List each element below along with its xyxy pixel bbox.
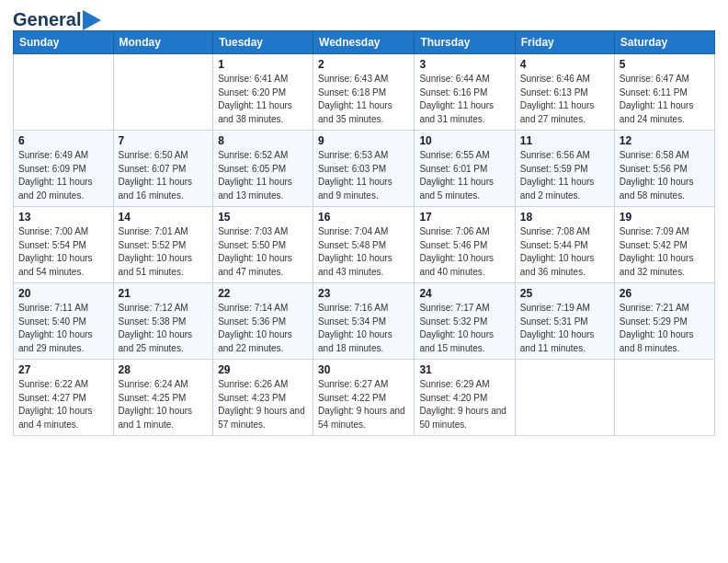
- day-cell: 22Sunrise: 7:14 AMSunset: 5:36 PMDayligh…: [213, 283, 313, 360]
- day-cell: [515, 360, 614, 436]
- day-info: Sunrise: 6:56 AMSunset: 5:59 PMDaylight:…: [520, 149, 609, 202]
- day-cell: 6Sunrise: 6:49 AMSunset: 6:09 PMDaylight…: [14, 131, 114, 207]
- day-number: 21: [119, 287, 209, 300]
- day-cell: [614, 360, 714, 436]
- weekday-header-thursday: Thursday: [415, 31, 515, 54]
- day-number: 23: [318, 287, 409, 300]
- day-number: 24: [419, 287, 509, 300]
- day-info: Sunrise: 7:03 AMSunset: 5:50 PMDaylight:…: [218, 225, 308, 279]
- day-cell: 9Sunrise: 6:53 AMSunset: 6:03 PMDaylight…: [313, 131, 415, 207]
- day-info: Sunrise: 6:41 AMSunset: 6:20 PMDaylight:…: [218, 73, 308, 126]
- day-cell: 29Sunrise: 6:26 AMSunset: 4:23 PMDayligh…: [213, 360, 313, 436]
- day-cell: 25Sunrise: 7:19 AMSunset: 5:31 PMDayligh…: [515, 283, 614, 360]
- day-number: 13: [18, 211, 108, 224]
- calendar-page: General SundayMondayTuesdayWednesdayThur…: [0, 0, 728, 563]
- day-cell: [14, 54, 114, 131]
- day-number: 22: [218, 287, 308, 300]
- day-cell: 5Sunrise: 6:47 AMSunset: 6:11 PMDaylight…: [614, 54, 714, 131]
- day-number: 1: [218, 58, 308, 71]
- day-cell: 15Sunrise: 7:03 AMSunset: 5:50 PMDayligh…: [213, 207, 313, 283]
- day-info: Sunrise: 6:53 AMSunset: 6:03 PMDaylight:…: [318, 149, 409, 202]
- day-info: Sunrise: 7:19 AMSunset: 5:31 PMDaylight:…: [520, 302, 609, 355]
- page-header: General: [13, 9, 715, 27]
- day-number: 2: [318, 58, 409, 71]
- day-info: Sunrise: 6:47 AMSunset: 6:11 PMDaylight:…: [620, 73, 710, 126]
- weekday-header-monday: Monday: [113, 31, 213, 54]
- day-cell: [113, 54, 213, 131]
- day-info: Sunrise: 6:52 AMSunset: 6:05 PMDaylight:…: [218, 149, 308, 202]
- day-cell: 11Sunrise: 6:56 AMSunset: 5:59 PMDayligh…: [515, 131, 614, 207]
- logo: General: [13, 9, 101, 27]
- day-cell: 13Sunrise: 7:00 AMSunset: 5:54 PMDayligh…: [14, 207, 114, 283]
- week-row-2: 6Sunrise: 6:49 AMSunset: 6:09 PMDaylight…: [14, 131, 715, 207]
- day-info: Sunrise: 7:12 AMSunset: 5:38 PMDaylight:…: [119, 302, 209, 355]
- day-info: Sunrise: 6:26 AMSunset: 4:23 PMDaylight:…: [218, 378, 308, 431]
- day-number: 4: [520, 58, 609, 71]
- day-info: Sunrise: 7:01 AMSunset: 5:52 PMDaylight:…: [119, 225, 209, 279]
- calendar-table: SundayMondayTuesdayWednesdayThursdayFrid…: [13, 30, 715, 436]
- day-number: 5: [620, 58, 710, 71]
- day-cell: 27Sunrise: 6:22 AMSunset: 4:27 PMDayligh…: [14, 360, 114, 436]
- day-number: 6: [18, 134, 108, 147]
- day-info: Sunrise: 6:29 AMSunset: 4:20 PMDaylight:…: [419, 378, 509, 431]
- day-number: 29: [218, 363, 308, 376]
- weekday-header-sunday: Sunday: [14, 31, 114, 54]
- weekday-header-friday: Friday: [515, 31, 614, 54]
- day-number: 25: [520, 287, 609, 300]
- day-cell: 18Sunrise: 7:08 AMSunset: 5:44 PMDayligh…: [515, 207, 614, 283]
- day-cell: 10Sunrise: 6:55 AMSunset: 6:01 PMDayligh…: [415, 131, 515, 207]
- weekday-header-saturday: Saturday: [614, 31, 714, 54]
- day-number: 7: [119, 134, 209, 147]
- day-cell: 14Sunrise: 7:01 AMSunset: 5:52 PMDayligh…: [113, 207, 213, 283]
- day-info: Sunrise: 7:00 AMSunset: 5:54 PMDaylight:…: [18, 225, 108, 279]
- day-info: Sunrise: 6:58 AMSunset: 5:56 PMDaylight:…: [620, 149, 710, 202]
- day-number: 27: [18, 363, 108, 376]
- day-cell: 8Sunrise: 6:52 AMSunset: 6:05 PMDaylight…: [213, 131, 313, 207]
- day-number: 10: [419, 134, 509, 147]
- day-info: Sunrise: 7:08 AMSunset: 5:44 PMDaylight:…: [520, 225, 609, 279]
- day-info: Sunrise: 6:27 AMSunset: 4:22 PMDaylight:…: [318, 378, 409, 431]
- day-cell: 31Sunrise: 6:29 AMSunset: 4:20 PMDayligh…: [415, 360, 515, 436]
- day-info: Sunrise: 7:06 AMSunset: 5:46 PMDaylight:…: [419, 225, 509, 279]
- weekday-header-wednesday: Wednesday: [313, 31, 415, 54]
- day-cell: 24Sunrise: 7:17 AMSunset: 5:32 PMDayligh…: [415, 283, 515, 360]
- day-number: 3: [419, 58, 509, 71]
- logo-text-general: General: [13, 9, 81, 30]
- day-info: Sunrise: 7:17 AMSunset: 5:32 PMDaylight:…: [419, 302, 509, 355]
- day-cell: 30Sunrise: 6:27 AMSunset: 4:22 PMDayligh…: [313, 360, 415, 436]
- day-cell: 2Sunrise: 6:43 AMSunset: 6:18 PMDaylight…: [313, 54, 415, 131]
- day-info: Sunrise: 7:09 AMSunset: 5:42 PMDaylight:…: [620, 225, 710, 279]
- day-cell: 21Sunrise: 7:12 AMSunset: 5:38 PMDayligh…: [113, 283, 213, 360]
- day-number: 31: [419, 363, 509, 376]
- day-cell: 20Sunrise: 7:11 AMSunset: 5:40 PMDayligh…: [14, 283, 114, 360]
- day-number: 11: [520, 134, 609, 147]
- day-info: Sunrise: 6:43 AMSunset: 6:18 PMDaylight:…: [318, 73, 409, 126]
- day-number: 18: [520, 211, 609, 224]
- day-cell: 4Sunrise: 6:46 AMSunset: 6:13 PMDaylight…: [515, 54, 614, 131]
- day-info: Sunrise: 6:50 AMSunset: 6:07 PMDaylight:…: [119, 149, 209, 202]
- day-number: 12: [620, 134, 710, 147]
- day-cell: 28Sunrise: 6:24 AMSunset: 4:25 PMDayligh…: [113, 360, 213, 436]
- day-info: Sunrise: 7:04 AMSunset: 5:48 PMDaylight:…: [318, 225, 409, 279]
- day-info: Sunrise: 7:14 AMSunset: 5:36 PMDaylight:…: [218, 302, 308, 355]
- day-number: 9: [318, 134, 409, 147]
- weekday-header-tuesday: Tuesday: [213, 31, 313, 54]
- day-cell: 17Sunrise: 7:06 AMSunset: 5:46 PMDayligh…: [415, 207, 515, 283]
- day-info: Sunrise: 6:46 AMSunset: 6:13 PMDaylight:…: [520, 73, 609, 126]
- day-number: 30: [318, 363, 409, 376]
- logo-shape: General: [13, 9, 101, 30]
- day-info: Sunrise: 6:49 AMSunset: 6:09 PMDaylight:…: [18, 149, 108, 202]
- day-info: Sunrise: 7:11 AMSunset: 5:40 PMDaylight:…: [18, 302, 108, 355]
- day-info: Sunrise: 7:16 AMSunset: 5:34 PMDaylight:…: [318, 302, 409, 355]
- svg-marker-0: [83, 10, 101, 30]
- day-number: 19: [620, 211, 710, 224]
- day-cell: 7Sunrise: 6:50 AMSunset: 6:07 PMDaylight…: [113, 131, 213, 207]
- weekday-header-row: SundayMondayTuesdayWednesdayThursdayFrid…: [14, 31, 715, 54]
- day-cell: 3Sunrise: 6:44 AMSunset: 6:16 PMDaylight…: [415, 54, 515, 131]
- day-number: 17: [419, 211, 509, 224]
- day-cell: 12Sunrise: 6:58 AMSunset: 5:56 PMDayligh…: [614, 131, 714, 207]
- day-info: Sunrise: 7:21 AMSunset: 5:29 PMDaylight:…: [620, 302, 710, 355]
- day-cell: 19Sunrise: 7:09 AMSunset: 5:42 PMDayligh…: [614, 207, 714, 283]
- day-cell: 1Sunrise: 6:41 AMSunset: 6:20 PMDaylight…: [213, 54, 313, 131]
- day-number: 28: [119, 363, 209, 376]
